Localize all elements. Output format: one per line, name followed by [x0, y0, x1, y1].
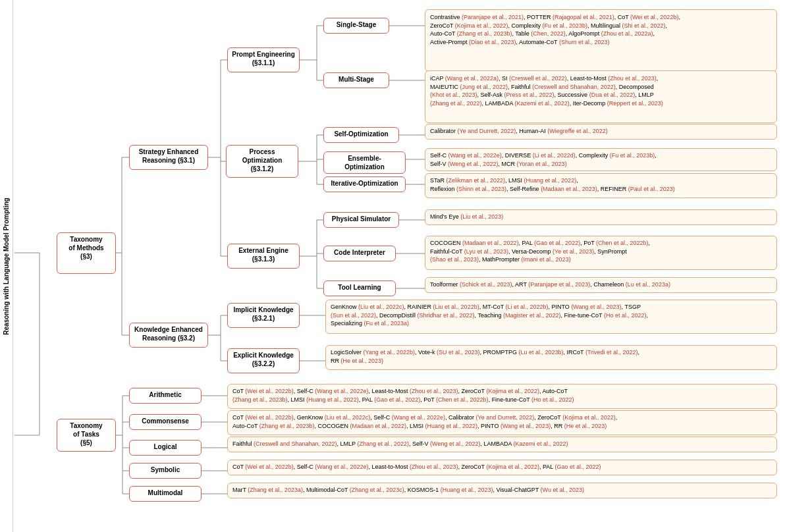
process-optimization-node: Process Optimization(§3.1.2)	[226, 145, 298, 178]
knowledge-enhanced-node: Knowledge EnhancedReasoning (§3.2)	[129, 323, 208, 348]
commonsense-leaf: CoT (Wei et al., 2022b), GenKnow (Liu et…	[227, 410, 777, 435]
self-optimization-node: Self-Optimization	[323, 127, 399, 143]
taxonomy-tasks-node: Taxonomyof Tasks(§5)	[57, 419, 116, 452]
tool-learning-node: Tool Learning	[323, 280, 396, 296]
strategy-enhanced-node: Strategy EnhancedReasoning (§3.1)	[129, 145, 208, 170]
multi-stage-node: Multi-Stage	[323, 72, 389, 88]
prompt-engineering-node: Prompt Engineering(§3.1.1)	[227, 47, 300, 72]
external-engine-node: External Engine(§3.1.3)	[227, 244, 300, 269]
physical-simulator-leaf: Mind's Eye (Liu et al., 2023)	[425, 209, 777, 225]
vertical-label: Reasoning with Language Model Prompting	[3, 198, 10, 334]
explicit-knowledge-leaf: LogicSolver (Yang et al., 2022b), Vote-k…	[325, 345, 777, 370]
single-stage-node: Single-Stage	[323, 18, 389, 34]
explicit-knowledge-node: Explicit Knowledge(§3.2.2)	[227, 348, 300, 373]
ensemble-optimization-node: Ensemble-Optimization	[323, 151, 406, 174]
implicit-knowledge-leaf: GenKnow (Liu et al., 2022c), RAINIER (Li…	[325, 300, 777, 334]
code-interpreter-node: Code Interpreter	[323, 246, 396, 261]
multimodal-leaf: MarT (Zhang et al., 2023a), Multimodal-C…	[227, 483, 777, 498]
iterative-optimization-leaf: STaR (Zelikman et al., 2022), LMSI (Huan…	[425, 173, 777, 198]
iterative-optimization-node: Iterative-Optimization	[323, 176, 406, 192]
implicit-knowledge-node: Implicit Knowledge(§3.2.1)	[227, 303, 300, 328]
multimodal-node: Multimodal	[129, 486, 202, 502]
single-stage-leaf: Contrastive (Paranjape et al., 2021), PO…	[425, 9, 777, 72]
taxonomy-methods-node: Taxonomyof Methods(§3)	[57, 232, 116, 274]
tool-learning-leaf: Toolformer (Schick et al., 2023), ART (P…	[425, 277, 777, 293]
self-optimization-leaf: Calibrator (Ye and Durrett, 2022), Human…	[425, 124, 777, 140]
arithmetic-node: Arithmetic	[129, 388, 202, 404]
physical-simulator-node: Physical Simulator	[323, 212, 399, 228]
logical-leaf: Faithful (Creswell and Shanahan, 2022), …	[227, 437, 777, 452]
arithmetic-leaf: CoT (Wei et al., 2022b), Self-C (Wang et…	[227, 384, 777, 409]
multi-stage-leaf: iCAP (Wang et al., 2022a), SI (Creswell …	[425, 70, 777, 123]
logical-node: Logical	[129, 440, 202, 456]
symbolic-node: Symbolic	[129, 463, 202, 479]
diagram-container: Reasoning with Language Model Prompting …	[0, 0, 785, 13]
symbolic-leaf: CoT (Wei et al., 2022b), Self-C (Wang et…	[227, 460, 777, 475]
code-interpreter-leaf: COCOGEN (Madaan et al., 2022), PAL (Gao …	[425, 236, 777, 270]
ensemble-optimization-leaf: Self-C (Wang et al., 2022e), DIVERSE (Li…	[425, 148, 777, 171]
commonsense-node: Commonsense	[129, 414, 202, 430]
